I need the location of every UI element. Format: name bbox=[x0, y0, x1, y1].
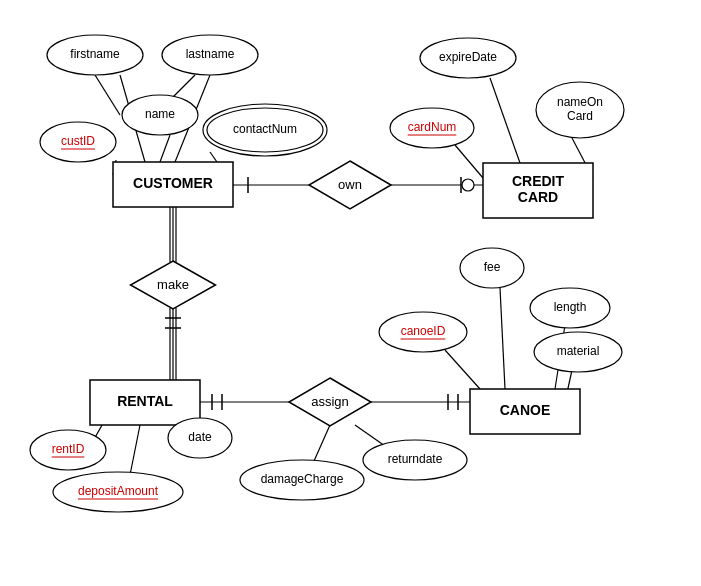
er-diagram bbox=[0, 0, 701, 586]
